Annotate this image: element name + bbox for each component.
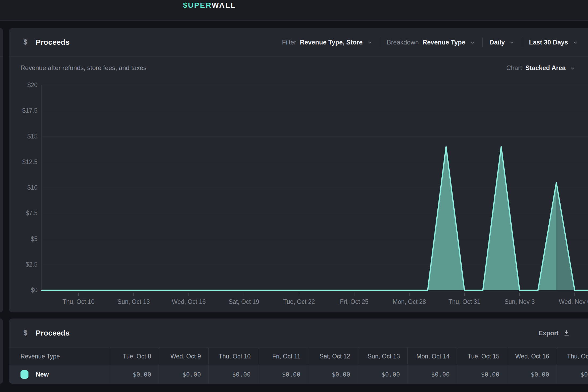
y-tick-label: $17.5	[14, 107, 38, 114]
table-header-row: Revenue TypeTue, Oct 8Wed, Oct 9Thu, Oct…	[9, 348, 588, 365]
x-tick-label: Sun, Nov 3	[494, 298, 545, 305]
proceeds-chart-panel: $ Proceeds Filter Revenue Type, Store Br…	[9, 28, 588, 312]
currency-value: $0.00	[581, 371, 588, 378]
chart-panel-title: Proceeds	[36, 38, 70, 47]
dollar-icon: $	[23, 329, 27, 337]
value-cell: $0.00	[358, 365, 407, 384]
filter-label: Filter	[282, 39, 296, 46]
column-header-date: Tue, Oct 8	[109, 348, 159, 365]
value-cell: $0.00	[258, 365, 308, 384]
y-tick-label: $2.5	[14, 261, 38, 268]
chevron-down-icon	[570, 66, 575, 71]
currency-value: $0.00	[282, 371, 300, 378]
currency-value: $0.00	[382, 371, 400, 378]
row-label: New	[36, 371, 49, 378]
row-header-cell: New	[9, 365, 109, 384]
y-tick-label: $0	[14, 287, 38, 294]
y-tick-label: $12.5	[14, 158, 38, 166]
chevron-down-icon	[509, 40, 515, 46]
x-tick-label: Mon, Oct 28	[384, 298, 434, 305]
granularity-dropdown[interactable]: Daily	[490, 39, 515, 46]
table-panel-header: $ Proceeds Export	[9, 318, 588, 348]
adjacent-panel-edge-bottom	[0, 318, 3, 384]
y-tick-label: $20	[14, 81, 38, 89]
chart-type-label: Chart	[506, 64, 522, 72]
date-range-dropdown[interactable]: Last 30 Days	[529, 39, 578, 46]
chevron-down-icon	[572, 40, 578, 46]
chart-subtitle: Revenue after refunds, store fees, and t…	[20, 64, 147, 72]
currency-value: $0.00	[232, 371, 251, 378]
divider	[522, 38, 522, 47]
x-tick-label: Fri, Oct 25	[329, 298, 379, 305]
table-row: New$0.00$0.00$0.00$0.00$0.00$0.00$0.00$0…	[9, 365, 588, 384]
column-header-date: Fri, Oct 11	[258, 348, 308, 365]
adjacent-panel-edge	[0, 28, 3, 312]
column-header-date: Mon, Oct 14	[407, 348, 457, 365]
granularity-value: Daily	[490, 39, 505, 46]
x-tick-label: Sun, Oct 13	[108, 298, 159, 305]
value-cell: $0.00	[308, 365, 358, 384]
currency-value: $0.00	[481, 371, 499, 378]
currency-value: $0.00	[183, 371, 201, 378]
chart-panel-header: $ Proceeds Filter Revenue Type, Store Br…	[9, 28, 588, 57]
table-body: New$0.00$0.00$0.00$0.00$0.00$0.00$0.00$0…	[9, 365, 588, 384]
logo-rest-text: WALL	[212, 1, 236, 9]
x-tick-label: Sat, Oct 19	[219, 298, 269, 305]
y-tick-label: $5	[14, 235, 38, 243]
y-tick-label: $10	[14, 184, 38, 191]
column-header-revenue-type: Revenue Type	[9, 348, 109, 365]
chevron-down-icon	[367, 40, 373, 46]
currency-value: $0.00	[431, 371, 450, 378]
column-header-date: Sun, Oct 13	[358, 348, 407, 365]
chart-subtitle-row: Revenue after refunds, store fees, and t…	[20, 62, 575, 74]
value-cell: $0.00	[109, 365, 159, 384]
area-fill	[42, 147, 588, 290]
column-header-date: Thu, Oct 10	[208, 348, 258, 365]
x-tick-label: Wed, Nov 6	[549, 298, 588, 305]
value-cell: $0.00	[407, 365, 457, 384]
table-panel-title: Proceeds	[36, 329, 70, 337]
chevron-down-icon	[470, 40, 475, 46]
chart-type-value: Stacked Area	[525, 64, 566, 72]
breakdown-label: Breakdown	[387, 39, 419, 46]
stacked-area-plot[interactable]	[41, 83, 588, 299]
download-icon	[563, 329, 570, 337]
filter-value: Revenue Type, Store	[300, 39, 363, 46]
y-tick-label: $7.5	[14, 210, 38, 217]
top-bar: $UPERWALL	[0, 0, 588, 21]
value-cell: $0.00	[208, 365, 258, 384]
superwall-logo[interactable]: $UPERWALL	[183, 0, 236, 11]
filter-dropdown[interactable]: Filter Revenue Type, Store	[282, 39, 373, 46]
date-range-value: Last 30 Days	[529, 39, 568, 46]
logo-accent-text: $UPER	[183, 1, 212, 9]
currency-value: $0.00	[332, 371, 350, 378]
proceeds-table-panel: $ Proceeds Export Revenue TypeTue, Oct 8…	[9, 318, 588, 384]
breakdown-dropdown[interactable]: Breakdown Revenue Type	[387, 39, 475, 46]
divider	[482, 38, 483, 47]
value-cell: $0.00	[457, 365, 507, 384]
chart-type-dropdown[interactable]: Chart Stacked Area	[506, 64, 575, 72]
revenue-table: Revenue TypeTue, Oct 8Wed, Oct 9Thu, Oct…	[9, 348, 588, 384]
series-color-swatch	[20, 370, 28, 379]
x-tick-label: Wed, Oct 16	[164, 298, 214, 305]
export-label: Export	[539, 329, 559, 337]
column-header-date: Tue, Oct 15	[457, 348, 507, 365]
currency-value: $0.00	[531, 371, 549, 378]
currency-value: $0.00	[133, 371, 151, 378]
value-cell: $0.00	[557, 365, 588, 384]
column-header-date: Wed, Oct 9	[159, 348, 208, 365]
divider	[380, 38, 380, 47]
dollar-icon: $	[23, 38, 27, 46]
x-tick-label: Thu, Oct 10	[53, 298, 104, 305]
y-tick-label: $15	[14, 133, 38, 140]
divider	[0, 56, 3, 57]
value-cell: $0.00	[507, 365, 557, 384]
value-cell: $0.00	[159, 365, 208, 384]
column-header-date: Wed, Oct 16	[507, 348, 557, 365]
column-header-date: Thu, Oct 17	[557, 348, 588, 365]
column-header-date: Sat, Oct 12	[308, 348, 358, 365]
breakdown-value: Revenue Type	[423, 39, 465, 46]
x-tick-label: Thu, Oct 31	[439, 298, 490, 305]
export-button[interactable]: Export	[539, 318, 570, 348]
x-tick-label: Tue, Oct 22	[274, 298, 324, 305]
